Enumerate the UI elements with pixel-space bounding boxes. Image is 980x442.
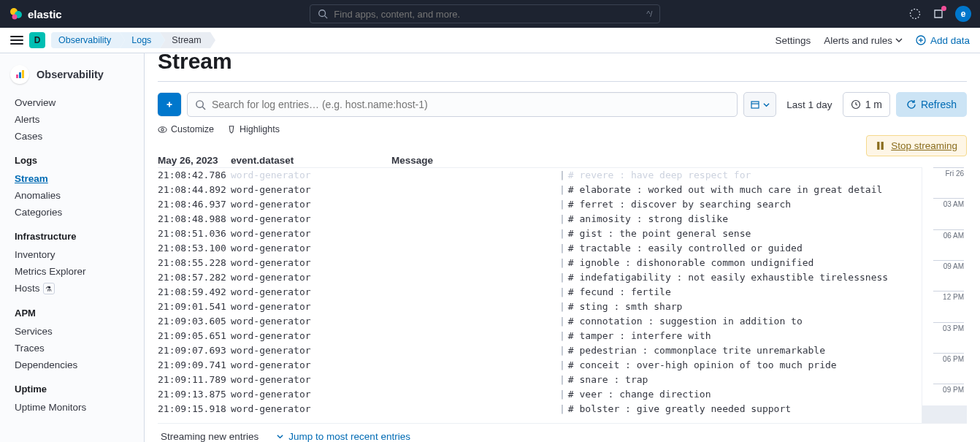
user-avatar[interactable]: e xyxy=(955,6,971,22)
chevron-down-icon xyxy=(895,37,903,44)
sidebar-title: Observability xyxy=(37,69,104,80)
sidebar-item-categories[interactable]: Categories xyxy=(0,204,144,221)
clock-icon xyxy=(851,99,861,110)
log-message: # pedestrian : commonplace trite unremar… xyxy=(568,343,922,358)
log-timestamp: 21:09:09.741 xyxy=(158,358,231,373)
log-row[interactable]: 21:08:51.036word-generator|# gist : the … xyxy=(158,226,922,241)
log-timestamp: 21:08:51.036 xyxy=(158,226,231,241)
sidebar-item-metrics-explorer[interactable]: Metrics Explorer xyxy=(0,263,144,280)
svg-rect-11 xyxy=(22,70,24,78)
sidebar-item-anomalies[interactable]: Anomalies xyxy=(0,187,144,204)
global-search-input[interactable] xyxy=(334,9,640,20)
global-search[interactable]: ^/ xyxy=(310,4,660,23)
log-search-input[interactable] xyxy=(212,99,730,110)
log-row[interactable]: 21:09:05.651word-generator|# tamper : in… xyxy=(158,329,922,343)
log-row[interactable]: 21:08:59.492word-generator|# fecund : fe… xyxy=(158,285,922,300)
highlight-icon xyxy=(227,125,236,134)
svg-line-16 xyxy=(202,107,205,110)
sidebar-item-inventory[interactable]: Inventory xyxy=(0,246,144,263)
refresh-label: Refresh xyxy=(921,99,957,110)
sidebar-item-overview[interactable]: Overview xyxy=(0,94,144,111)
space-badge[interactable]: D xyxy=(29,32,45,48)
sidebar-item-hosts[interactable]: Hosts⚗ xyxy=(0,280,144,297)
log-row[interactable]: 21:09:07.693word-generator|# pedestrian … xyxy=(158,343,922,358)
news-icon[interactable] xyxy=(932,7,945,20)
svg-point-21 xyxy=(161,128,164,130)
stop-streaming-button[interactable]: Stop streaming xyxy=(866,135,967,156)
log-dataset: word-generator xyxy=(231,256,391,270)
add-data-link[interactable]: Add data xyxy=(916,35,970,46)
log-message: # ignoble : dishonorable common undignif… xyxy=(568,256,922,270)
log-dataset: word-generator xyxy=(231,387,391,402)
log-dataset: word-generator xyxy=(231,343,391,358)
log-row[interactable]: 21:09:01.541word-generator|# sting : smt… xyxy=(158,300,922,314)
log-row[interactable]: 21:09:13.875word-generator|# veer : chan… xyxy=(158,387,922,402)
svg-point-2 xyxy=(12,15,18,20)
log-row[interactable]: 21:08:57.282word-generator|# indefatigab… xyxy=(158,270,922,285)
log-timestamp: 21:08:57.282 xyxy=(158,270,231,285)
highlights-button[interactable]: Highlights xyxy=(227,124,280,134)
sidebar-header[interactable]: Observability xyxy=(0,62,144,94)
log-row[interactable]: 21:09:03.605word-generator|# connotation… xyxy=(158,314,922,329)
date-picker-button[interactable] xyxy=(743,92,776,117)
log-row[interactable]: 21:09:15.918word-generator|# bolster : g… xyxy=(158,402,922,416)
log-message: # elaborate : worked out with much care … xyxy=(568,183,922,197)
alerts-rules-link[interactable]: Alerts and rules xyxy=(824,35,903,46)
sidebar-item-dependencies[interactable]: Dependencies xyxy=(0,357,144,373)
log-separator: | xyxy=(559,285,568,300)
eye-icon xyxy=(158,125,167,134)
sub-nav: D Observability Logs Stream Settings Ale… xyxy=(0,28,980,53)
sidebar: Observability OverviewAlertsCasesLogsStr… xyxy=(0,53,145,442)
log-separator: | xyxy=(559,212,568,226)
nav-toggle-icon[interactable] xyxy=(10,36,23,45)
log-separator: | xyxy=(559,329,568,343)
log-separator: | xyxy=(559,168,568,183)
breadcrumb-logs[interactable]: Logs xyxy=(120,32,160,48)
sidebar-item-traces[interactable]: Traces xyxy=(0,340,144,357)
breadcrumb-observability[interactable]: Observability xyxy=(51,32,120,48)
log-dataset: word-generator xyxy=(231,212,391,226)
col-message: Message xyxy=(391,155,967,166)
brand-logo[interactable]: elastic xyxy=(9,7,62,21)
log-row[interactable]: 21:08:44.892word-generator|# elaborate :… xyxy=(158,183,922,197)
log-row[interactable]: 21:08:53.100word-generator|# tractable :… xyxy=(158,241,922,256)
sidebar-item-uptime-monitors[interactable]: Uptime Monitors xyxy=(0,399,144,416)
log-separator: | xyxy=(559,183,568,197)
log-rows[interactable]: 21:08:42.786word-generator|# revere : ha… xyxy=(158,167,922,423)
svg-point-20 xyxy=(158,126,166,132)
log-row[interactable]: 21:08:48.988word-generator|# animosity :… xyxy=(158,212,922,226)
settings-link[interactable]: Settings xyxy=(775,35,811,46)
log-row[interactable]: 21:09:09.741word-generator|# conceit : o… xyxy=(158,358,922,373)
log-row[interactable]: 21:08:42.786word-generator|# revere : ha… xyxy=(158,168,922,183)
sidebar-section-uptime: Uptime xyxy=(0,373,144,399)
help-icon[interactable] xyxy=(908,7,922,20)
minimap[interactable]: Fri 2603 AM06 AM09 AM12 PM03 PM06 PM09 P… xyxy=(922,167,967,423)
svg-rect-22 xyxy=(877,142,879,150)
interval-button[interactable]: 1 m xyxy=(843,92,890,117)
log-dataset: word-generator xyxy=(231,300,391,314)
customize-button[interactable]: Customize xyxy=(158,124,214,134)
log-message: # conceit : over-high opinion of too muc… xyxy=(568,358,922,373)
stop-streaming-label: Stop streaming xyxy=(891,140,957,151)
add-filter-button[interactable] xyxy=(158,93,181,116)
log-search-field[interactable] xyxy=(187,92,738,117)
log-dataset: word-generator xyxy=(231,358,391,373)
col-date: May 26, 2023 xyxy=(158,155,231,166)
sidebar-item-alerts[interactable]: Alerts xyxy=(0,111,144,128)
refresh-button[interactable]: Refresh xyxy=(896,92,967,117)
log-timestamp: 21:08:48.988 xyxy=(158,212,231,226)
log-row[interactable]: 21:09:11.789word-generator|# snare : tra… xyxy=(158,373,922,387)
minimap-brush[interactable] xyxy=(922,405,967,423)
svg-rect-10 xyxy=(19,72,21,78)
log-row[interactable]: 21:08:55.228word-generator|# ignoble : d… xyxy=(158,256,922,270)
log-separator: | xyxy=(559,300,568,314)
search-icon xyxy=(318,9,328,19)
log-row[interactable]: 21:08:46.937word-generator|# ferret : di… xyxy=(158,197,922,212)
jump-recent-link[interactable]: Jump to most recent entries xyxy=(276,431,410,442)
streaming-status: Streaming new entries xyxy=(161,431,259,442)
sidebar-item-stream[interactable]: Stream xyxy=(0,170,144,187)
log-dataset: word-generator xyxy=(231,226,391,241)
sidebar-item-cases[interactable]: Cases xyxy=(0,128,144,145)
log-timestamp: 21:08:46.937 xyxy=(158,197,231,212)
sidebar-item-services[interactable]: Services xyxy=(0,323,144,340)
